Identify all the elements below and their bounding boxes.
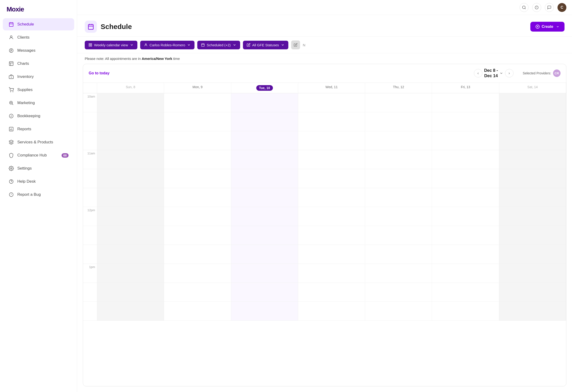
cal-cell-2-3[interactable] <box>298 131 365 150</box>
info-button[interactable] <box>532 3 541 12</box>
cal-cell-9-0[interactable] <box>97 264 164 283</box>
cal-cell-3-3[interactable] <box>298 150 365 169</box>
cal-cell-2-2[interactable] <box>231 131 298 150</box>
sidebar-item-messages[interactable]: Messages <box>3 45 74 57</box>
edit-columns-button[interactable] <box>291 41 300 49</box>
cal-cell-8-3[interactable] <box>298 245 365 264</box>
sidebar-item-charts[interactable]: Charts <box>3 58 74 70</box>
cal-cell-6-1[interactable] <box>164 207 231 226</box>
cal-cell-10-0[interactable] <box>97 283 164 302</box>
gfe-filter-button[interactable]: All GFE Statuses <box>243 41 288 49</box>
cal-cell-3-1[interactable] <box>164 150 231 169</box>
search-button[interactable] <box>520 3 528 12</box>
cal-cell-1-1[interactable] <box>164 112 231 131</box>
next-week-button[interactable]: › <box>505 69 513 77</box>
cal-cell-9-6[interactable] <box>499 264 566 283</box>
cal-cell-5-6[interactable] <box>499 188 566 207</box>
cal-cell-7-1[interactable] <box>164 226 231 245</box>
sidebar-item-compliance-hub[interactable]: Compliance Hub 68 <box>3 149 74 161</box>
date-range-display[interactable]: Dec 8 - Dec 14 <box>484 68 503 79</box>
user-avatar[interactable]: C <box>557 3 566 12</box>
cal-cell-4-2[interactable] <box>231 169 298 188</box>
cal-cell-2-6[interactable] <box>499 131 566 150</box>
cal-cell-6-5[interactable] <box>432 207 499 226</box>
cal-cell-7-4[interactable] <box>365 226 432 245</box>
cal-cell-11-5[interactable] <box>432 302 499 320</box>
cal-cell-0-3[interactable] <box>298 93 365 112</box>
cal-cell-11-3[interactable] <box>298 302 365 320</box>
cal-cell-9-4[interactable] <box>365 264 432 283</box>
cal-cell-3-2[interactable] <box>231 150 298 169</box>
cal-cell-3-6[interactable] <box>499 150 566 169</box>
cal-cell-8-1[interactable] <box>164 245 231 264</box>
cal-cell-6-3[interactable] <box>298 207 365 226</box>
cal-cell-4-4[interactable] <box>365 169 432 188</box>
cal-cell-0-1[interactable] <box>164 93 231 112</box>
cal-cell-6-2[interactable] <box>231 207 298 226</box>
cal-cell-5-1[interactable] <box>164 188 231 207</box>
cal-cell-6-0[interactable] <box>97 207 164 226</box>
sidebar-item-reports[interactable]: Reports <box>3 123 74 135</box>
cal-cell-8-5[interactable] <box>432 245 499 264</box>
cal-cell-5-0[interactable] <box>97 188 164 207</box>
view-filter-button[interactable]: Weekly calendar view <box>85 41 137 49</box>
cal-cell-5-2[interactable] <box>231 188 298 207</box>
cal-cell-8-4[interactable] <box>365 245 432 264</box>
cal-cell-1-0[interactable] <box>97 112 164 131</box>
cal-cell-4-3[interactable] <box>298 169 365 188</box>
cal-cell-11-2[interactable] <box>231 302 298 320</box>
sidebar-item-supplies[interactable]: Supplies <box>3 84 74 96</box>
cal-cell-7-0[interactable] <box>97 226 164 245</box>
cal-cell-1-3[interactable] <box>298 112 365 131</box>
status-filter-button[interactable]: Scheduled (+2) <box>197 41 240 49</box>
cal-cell-6-4[interactable] <box>365 207 432 226</box>
cal-cell-7-6[interactable] <box>499 226 566 245</box>
cal-cell-4-1[interactable] <box>164 169 231 188</box>
sidebar-item-settings[interactable]: Settings <box>3 162 74 175</box>
sidebar-item-marketing[interactable]: Marketing <box>3 97 74 109</box>
cal-cell-0-0[interactable] <box>97 93 164 112</box>
sidebar-item-help-desk[interactable]: Help Desk <box>3 175 74 188</box>
chat-button[interactable] <box>545 3 554 12</box>
go-today-button[interactable]: Go to today <box>89 71 110 75</box>
cal-cell-5-3[interactable] <box>298 188 365 207</box>
create-button[interactable]: Create <box>530 22 565 31</box>
cal-cell-7-5[interactable] <box>432 226 499 245</box>
cal-cell-1-5[interactable] <box>432 112 499 131</box>
cal-cell-4-5[interactable] <box>432 169 499 188</box>
sidebar-item-bookkeeping[interactable]: Bookkeeping <box>3 110 74 122</box>
cal-cell-0-4[interactable] <box>365 93 432 112</box>
cal-cell-7-3[interactable] <box>298 226 365 245</box>
cal-cell-9-1[interactable] <box>164 264 231 283</box>
sidebar-item-report-bug[interactable]: Report a Bug <box>3 189 74 201</box>
cal-cell-0-6[interactable] <box>499 93 566 112</box>
cal-cell-5-5[interactable] <box>432 188 499 207</box>
cal-cell-9-3[interactable] <box>298 264 365 283</box>
cal-cell-4-6[interactable] <box>499 169 566 188</box>
provider-filter-button[interactable]: Carlos Robles-Romero <box>140 41 195 49</box>
cal-cell-10-3[interactable] <box>298 283 365 302</box>
cal-cell-9-5[interactable] <box>432 264 499 283</box>
cal-cell-5-4[interactable] <box>365 188 432 207</box>
cal-cell-2-4[interactable] <box>365 131 432 150</box>
cal-cell-8-0[interactable] <box>97 245 164 264</box>
cal-cell-11-6[interactable] <box>499 302 566 320</box>
cal-cell-11-4[interactable] <box>365 302 432 320</box>
cal-cell-3-5[interactable] <box>432 150 499 169</box>
cal-cell-7-2[interactable] <box>231 226 298 245</box>
cal-cell-10-1[interactable] <box>164 283 231 302</box>
cal-cell-0-2[interactable] <box>231 93 298 112</box>
sidebar-item-clients[interactable]: Clients <box>3 31 74 44</box>
cal-cell-8-2[interactable] <box>231 245 298 264</box>
cal-cell-3-4[interactable] <box>365 150 432 169</box>
cal-cell-4-0[interactable] <box>97 169 164 188</box>
cal-cell-10-2[interactable] <box>231 283 298 302</box>
cal-cell-10-5[interactable] <box>432 283 499 302</box>
cal-cell-0-5[interactable] <box>432 93 499 112</box>
cal-cell-2-1[interactable] <box>164 131 231 150</box>
sidebar-item-schedule[interactable]: Schedule <box>3 18 74 30</box>
cal-cell-9-2[interactable] <box>231 264 298 283</box>
cal-cell-1-2[interactable] <box>231 112 298 131</box>
cal-cell-1-6[interactable] <box>499 112 566 131</box>
cal-cell-3-0[interactable] <box>97 150 164 169</box>
